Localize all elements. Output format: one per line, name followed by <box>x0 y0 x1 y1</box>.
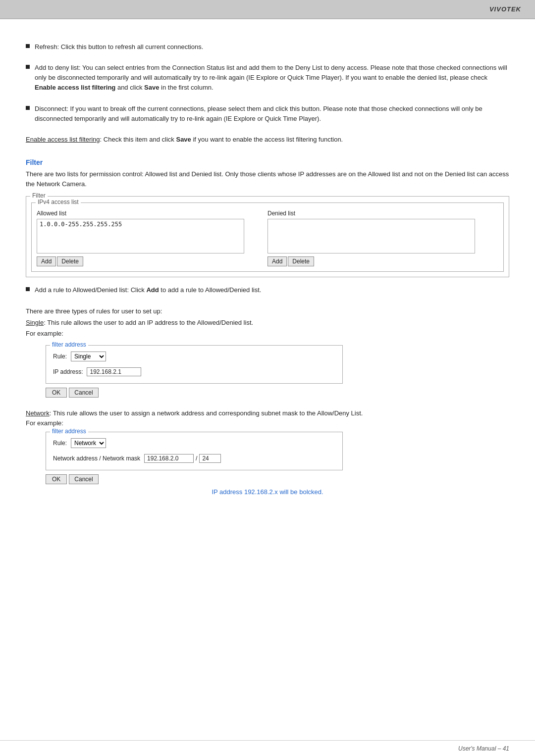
net-address-row: Network address / Network mask / <box>53 454 335 463</box>
filter-address-single-title: filter address <box>50 341 88 348</box>
footer-text: User's Manual – 41 <box>458 745 509 752</box>
add-rule-text: Add a rule to Allowed/Denied list: Click <box>35 286 146 294</box>
denied-list-col: Denied list Add Delete <box>268 210 498 266</box>
bullet-icon <box>26 106 30 110</box>
enable-access-after: if you want to enable the access list fi… <box>191 136 343 143</box>
rule-label-single: Rule: <box>53 353 67 360</box>
ok-button-network[interactable]: OK <box>46 474 67 484</box>
rule-label-network: Rule: <box>53 440 67 447</box>
cancel-button-single[interactable]: Cancel <box>69 388 98 398</box>
allowed-delete-button[interactable]: Delete <box>57 256 83 266</box>
cancel-button-network[interactable]: Cancel <box>69 474 98 484</box>
ipv4-legend-box: IPv4 access list Allowed list 1.0.0.0-25… <box>31 202 504 272</box>
filter-heading: Filter <box>26 158 509 166</box>
network-desc: : This rule allows the user to assign a … <box>50 409 363 417</box>
rule-row-network: Rule: Network Single <box>53 438 335 448</box>
three-types-block: There are three types of rules for user … <box>26 306 509 339</box>
page: VIVOTEK Refresh: Click this button to re… <box>0 0 535 756</box>
bullet-refresh-text: Refresh: Click this button to refresh al… <box>35 42 509 52</box>
rule-select-network[interactable]: Network Single <box>71 438 106 448</box>
bullet-disconnect-text: Disconnect: If you want to break off the… <box>35 104 509 124</box>
enable-access-underline: Enable access list filtering <box>26 136 100 143</box>
denied-list-label: Denied list <box>268 210 498 217</box>
filter-address-network-box: filter address Rule: Network Single Netw… <box>46 432 343 470</box>
enable-access-text: : Check this item and click <box>100 136 176 143</box>
ok-cancel-single: OK Cancel <box>46 388 509 398</box>
bullet-add-rule-text: Add a rule to Allowed/Denied list: Click… <box>35 285 509 295</box>
network-section-text: Network: This rule allows the user to as… <box>26 408 509 419</box>
filter-desc: There are two lists for permission contr… <box>26 169 509 189</box>
add-rule-after: to add a rule to Allowed/Denied list. <box>159 286 262 294</box>
allowed-add-button[interactable]: Add <box>37 256 56 266</box>
add-deny-bold2: Save <box>144 84 159 91</box>
bullet-icon <box>26 44 30 48</box>
add-deny-before: Add to deny list: You can select entries… <box>35 64 507 81</box>
filter-address-single-box: filter address Rule: Single Network IP a… <box>46 345 343 384</box>
allowed-list-col: Allowed list 1.0.0.0-255.255.255.255 Add… <box>37 210 268 266</box>
rule-select-single[interactable]: Single Network <box>71 352 106 361</box>
denied-list-textarea[interactable] <box>268 219 475 253</box>
allowed-list-label: Allowed list <box>37 210 268 217</box>
bullet-disconnect: Disconnect: If you want to break off the… <box>26 104 509 124</box>
add-deny-bold1: Enable access list filtering <box>35 84 115 91</box>
denied-add-button[interactable]: Add <box>268 256 287 266</box>
single-line: Single: This rule allows the user to add… <box>26 317 509 328</box>
filter-address-network-title: filter address <box>50 428 88 435</box>
denied-list-buttons: Add Delete <box>268 256 498 266</box>
ok-button-single[interactable]: OK <box>46 388 67 398</box>
allowed-list-buttons: Add Delete <box>37 256 268 266</box>
header-bar: VIVOTEK <box>0 0 535 19</box>
add-deny-middle: and click <box>115 84 144 91</box>
net-address-input[interactable] <box>144 454 194 463</box>
network-label: Network <box>26 409 50 417</box>
bullet-add-deny-text: Add to deny list: You can select entries… <box>35 63 509 93</box>
bullet-add-deny: Add to deny list: You can select entries… <box>26 63 509 93</box>
allowed-list-textarea[interactable]: 1.0.0.0-255.255.255.255 <box>37 219 244 253</box>
ok-cancel-network: OK Cancel <box>46 474 509 484</box>
single-desc: : This rule allows the user to add an IP… <box>44 319 253 326</box>
filter-legend-title: Filter <box>30 192 48 199</box>
filter-legend-box: Filter IPv4 access list Allowed list 1.0… <box>26 196 509 277</box>
ip-note: IP address 192.168.2.x will be bolcked. <box>26 488 509 496</box>
single-label: Single <box>26 319 44 326</box>
list-columns: Allowed list 1.0.0.0-255.255.255.255 Add… <box>37 210 498 266</box>
three-types-intro: There are three types of rules for user … <box>26 306 509 317</box>
ip-row-single: IP address: <box>53 367 335 376</box>
rule-row-single: Rule: Single Network <box>53 352 335 361</box>
for-example-2: For example: <box>26 419 509 427</box>
header-logo: VIVOTEK <box>489 5 521 13</box>
ip-input-single[interactable] <box>87 367 141 376</box>
for-example-1: For example: <box>26 328 509 339</box>
slash-label: / <box>196 455 197 462</box>
mask-input[interactable] <box>199 454 221 463</box>
bullet-refresh: Refresh: Click this button to refresh al… <box>26 42 509 52</box>
add-rule-bold: Add <box>146 286 159 294</box>
net-address-label: Network address / Network mask <box>53 455 140 462</box>
content: Refresh: Click this button to refresh al… <box>0 28 535 515</box>
footer-bar: User's Manual – 41 <box>0 740 535 756</box>
denied-delete-button[interactable]: Delete <box>288 256 314 266</box>
enable-access-bold: Save <box>176 136 191 143</box>
ip-label-single: IP address: <box>53 368 83 375</box>
add-deny-after: in the first column. <box>159 84 213 91</box>
bullet-icon <box>26 287 30 291</box>
bullet-icon <box>26 65 30 69</box>
ipv4-legend-title: IPv4 access list <box>36 199 81 205</box>
bullet-add-rule: Add a rule to Allowed/Denied list: Click… <box>26 285 509 295</box>
enable-access-para: Enable access list filtering: Check this… <box>26 135 509 145</box>
